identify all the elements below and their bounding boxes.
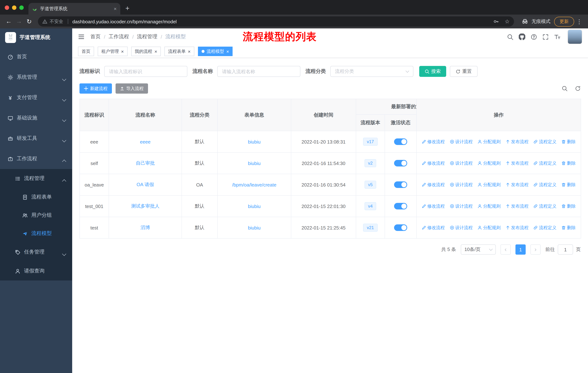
reset-button[interactable]: 重置 [450,66,478,77]
process-definition-link[interactable]: 流程定义 [534,181,556,188]
goto-page-input[interactable] [558,244,573,255]
security-indicator[interactable]: 不安全 [42,18,63,25]
sidebar-item-process-model[interactable]: 流程模型 [0,224,72,242]
tag-process-form[interactable]: 流程表单 × [164,47,194,56]
sidebar-item-process-form[interactable]: 流程表单 [0,188,72,206]
version-badge[interactable]: v4 [364,202,376,210]
active-toggle-on[interactable] [394,203,407,210]
process-name-link[interactable]: OA 请假 [136,182,154,187]
bookmark-star-icon[interactable]: ☆ [505,18,510,25]
reload-button[interactable]: ↻ [24,18,34,25]
process-id-input[interactable] [104,66,187,77]
search-button[interactable]: 搜索 [419,66,446,77]
process-definition-link[interactable]: 流程定义 [534,160,556,166]
active-toggle-on[interactable] [394,138,407,145]
sidebar-item-process-management[interactable]: 流程管理 [0,169,72,188]
process-name-link[interactable]: eeee [140,139,151,144]
sidebar-logo[interactable]: 芋道管理系统 [0,28,72,47]
github-icon[interactable] [519,33,525,40]
form-info-link[interactable]: biubiu [248,139,261,144]
import-process-button[interactable]: 导入流程 [116,83,148,94]
publish-process-link[interactable]: 发布流程 [506,203,529,209]
tag-my-process[interactable]: 我的流程 × [131,47,161,56]
publish-process-link[interactable]: 发布流程 [506,139,529,145]
process-category-select[interactable]: 流程分类 [330,66,413,77]
next-page-button[interactable]: › [530,244,541,255]
process-name-input[interactable] [217,66,300,77]
browser-tab[interactable]: 芋道管理系统 × [28,3,120,15]
sidebar-item-workflow[interactable]: 工作流程 [0,149,72,169]
active-toggle-on[interactable] [394,181,407,188]
delete-process-link[interactable]: 删除 [561,160,576,166]
form-info-link[interactable]: biubiu [248,203,261,209]
process-definition-link[interactable]: 流程定义 [534,225,556,231]
close-window-button[interactable] [5,5,9,10]
sidebar-item-leave-query[interactable]: 请假查询 [0,262,72,281]
assign-rule-link[interactable]: 分配规则 [478,225,501,231]
active-toggle-on[interactable] [394,160,407,166]
sidebar-item-devtools[interactable]: 研发工具 [0,128,72,149]
active-toggle-on[interactable] [394,224,407,231]
design-process-link[interactable]: 设计流程 [450,181,473,188]
new-tab-button[interactable]: + [126,4,129,12]
design-process-link[interactable]: 设计流程 [450,203,473,209]
modify-process-link[interactable]: 修改流程 [422,160,445,166]
process-definition-link[interactable]: 流程定义 [534,203,556,209]
sidebar-item-task-management[interactable]: 任务管理 [0,242,72,262]
publish-process-link[interactable]: 发布流程 [506,160,529,166]
form-info-link[interactable]: biubiu [248,225,261,230]
password-key-icon[interactable] [493,19,499,24]
assign-rule-link[interactable]: 分配规则 [478,203,501,209]
process-name-link[interactable]: 自己审批 [136,160,155,166]
prev-page-button[interactable]: ‹ [501,244,511,255]
form-info-link[interactable]: /bpm/oa/leave/create [232,182,276,187]
process-name-link[interactable]: 测试多审批人 [131,203,159,209]
modify-process-link[interactable]: 修改流程 [422,139,445,145]
version-badge[interactable]: v5 [364,181,376,189]
update-chrome-button[interactable]: 更新 [554,17,574,26]
toggle-search-icon[interactable] [562,86,567,91]
modify-process-link[interactable]: 修改流程 [422,203,445,209]
breadcrumb-workflow[interactable]: 工作流程 [109,33,129,40]
delete-process-link[interactable]: 删除 [561,139,576,145]
version-badge[interactable]: v17 [363,138,378,146]
refresh-table-icon[interactable] [575,86,581,91]
design-process-link[interactable]: 设计流程 [450,139,473,145]
page-size-select[interactable]: 10条/页 [461,244,496,255]
font-size-icon[interactable] [554,33,561,40]
modify-process-link[interactable]: 修改流程 [422,181,445,188]
search-icon[interactable] [507,34,513,40]
process-definition-link[interactable]: 流程定义 [534,139,556,145]
sidebar-item-home[interactable]: 首页 [0,47,72,67]
close-icon[interactable]: × [226,49,229,54]
create-process-button[interactable]: 新建流程 [79,83,112,94]
design-process-link[interactable]: 设计流程 [450,225,473,231]
tab-close-icon[interactable]: × [114,6,117,12]
zoom-window-button[interactable] [19,5,24,10]
breadcrumb-home[interactable]: 首页 [90,33,101,40]
back-button[interactable]: ← [4,18,14,25]
tag-home[interactable]: 首页 [78,47,94,56]
delete-process-link[interactable]: 删除 [561,203,576,209]
delete-process-link[interactable]: 删除 [561,181,576,188]
user-avatar[interactable] [567,30,582,44]
forward-button[interactable]: → [14,18,24,25]
assign-rule-link[interactable]: 分配规则 [478,160,501,166]
version-badge[interactable]: v2 [364,159,376,167]
version-badge[interactable]: v21 [363,223,378,232]
publish-process-link[interactable]: 发布流程 [506,181,529,188]
delete-process-link[interactable]: 删除 [561,225,576,231]
close-icon[interactable]: × [154,49,157,54]
breadcrumb-process-management[interactable]: 流程管理 [137,33,158,40]
browser-menu-icon[interactable]: ⋮ [576,18,582,25]
current-page-button[interactable]: 1 [515,244,526,255]
sidebar-item-user-group[interactable]: 用户分组 [0,206,72,224]
design-process-link[interactable]: 设计流程 [450,160,473,166]
publish-process-link[interactable]: 发布流程 [506,225,529,231]
fullscreen-icon[interactable] [542,34,549,40]
modify-process-link[interactable]: 修改流程 [422,225,445,231]
minimize-window-button[interactable] [12,5,16,10]
process-name-link[interactable]: 滔博 [141,225,150,230]
hamburger-icon[interactable] [78,33,84,40]
help-icon[interactable] [531,34,537,40]
